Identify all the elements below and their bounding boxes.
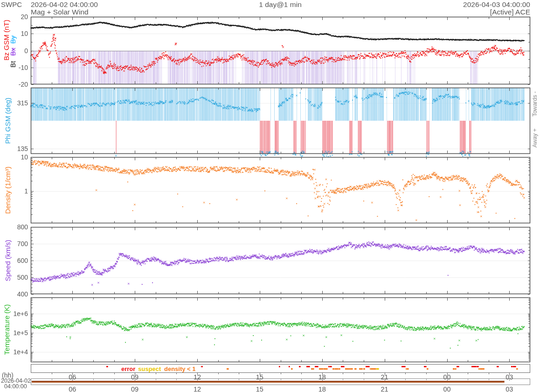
swpc-solar-wind-dashboard: SWPC 2026-04-02 04:00:00 Mag + Solar Win…: [0, 0, 540, 392]
density-lt1-legend-label: density < 1: [164, 365, 196, 372]
x-tick-label: 18: [318, 385, 326, 392]
plot-title: Mag + Solar Wind: [31, 8, 89, 16]
x-tick-label: 09: [131, 373, 138, 381]
y-tick-label: 10: [1, 153, 28, 161]
error-legend-label: error: [121, 365, 135, 372]
app-logo: SWPC: [1, 0, 22, 8]
x-tick-label: 06: [69, 385, 76, 392]
mag-panel[interactable]: [31, 17, 530, 84]
x-tick-label: 18: [318, 373, 326, 381]
y-tick-label: 315: [1, 99, 28, 107]
y-tick-label: -20: [1, 81, 28, 88]
y-tick-label: 135: [1, 145, 28, 152]
y-tick-label: 600: [1, 257, 28, 264]
timeline-scrollbar[interactable]: [31, 378, 530, 385]
resolution-label: 1 day@1 min: [259, 0, 302, 9]
x-tick-label: 21: [381, 373, 388, 381]
suspect-legend-label: suspect: [138, 365, 161, 372]
x-tick-label: 15: [256, 385, 263, 392]
y-tick-label: 10: [1, 30, 28, 37]
y-tick-label: 20: [1, 13, 28, 21]
data-flags-strip: [31, 364, 530, 373]
x-tick-label: 21: [381, 385, 388, 392]
speed-panel[interactable]: [31, 227, 530, 294]
phi-panel[interactable]: [31, 88, 530, 154]
x-tick-label: 00: [443, 385, 450, 392]
y-tick-label: -10: [1, 64, 28, 71]
y-tick-label: 700: [1, 240, 28, 248]
temperature-panel[interactable]: [31, 297, 530, 362]
y-tick-label: 1e+4: [1, 348, 28, 356]
x-tick-label: 03: [505, 385, 513, 392]
x-tick-label: 03: [505, 373, 513, 381]
x-tick-label: 12: [194, 385, 201, 392]
source-status: [Active] ACE: [490, 8, 530, 16]
x-tick-label: 12: [194, 373, 201, 381]
x-tick-label: 06: [69, 373, 76, 381]
y-tick-label: 800: [1, 223, 28, 231]
y-tick-label: 400: [1, 290, 28, 298]
density-panel[interactable]: [31, 157, 530, 223]
axis-time-label: 04:00:00: [4, 383, 27, 390]
y-tick-label: 1e+6: [1, 310, 28, 317]
y-tick-label: 1: [1, 187, 28, 195]
x-tick-label: 09: [131, 385, 138, 392]
y-tick-label: 1e+5: [1, 329, 28, 337]
x-tick-label: 00: [443, 373, 450, 381]
y-tick-label: 500: [1, 274, 28, 281]
away-sector-label: Away +: [532, 128, 538, 147]
x-tick-label: 15: [256, 373, 263, 381]
y-tick-label: 0: [1, 47, 28, 55]
towards-sector-label: Towards -: [532, 91, 538, 117]
